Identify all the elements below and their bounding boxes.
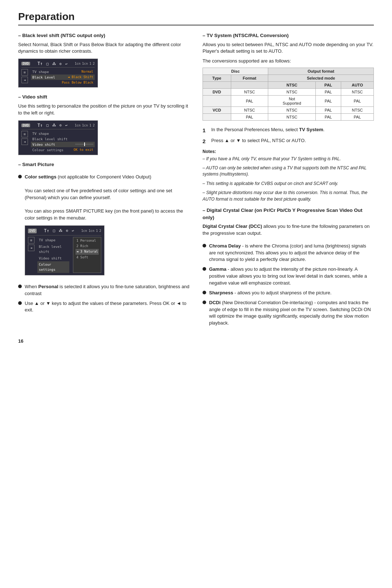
bullet-dot-3 (18, 301, 22, 305)
bullet-text-keys: Use ▲ or ▼ keys to adjust the values of … (25, 300, 189, 314)
type-col-header: Type (203, 75, 231, 82)
section-video-shift: – Video shift Use this setting to person… (18, 93, 189, 155)
note-item: – AUTO can only be selected when using a… (203, 165, 374, 178)
section-black-level: – Black level shift (NTSC output only) S… (18, 32, 189, 88)
menu-rows-1: TV shape Normal Black Level ◄ Black Shif… (31, 69, 95, 85)
table-row (203, 114, 231, 121)
back-icon-2: ◄ (21, 138, 28, 145)
back-icon-1: ◄ (21, 77, 28, 83)
mr-colour2: Colour settings OK to exit (31, 147, 95, 153)
slider-row-2: 1cn 1cn 1 2 (75, 124, 95, 127)
bullet-personal: When Personal is selected it allows you … (18, 283, 189, 297)
table-row: VCD (203, 107, 231, 114)
slider-control (75, 142, 93, 146)
mr-tvshape2: TV shape (31, 131, 95, 136)
step-2: 2 Press ▲ or ▼ to select PAL, NTSC or AU… (203, 137, 374, 145)
menu-rows-2: TV shape Black level shift Video shift C… (31, 131, 95, 153)
tv-topbar-2: DVD T↑ □ ⁂ ⊙ ↩ 1cn 1cn 1 2 (21, 123, 95, 129)
video-shift-heading: – Video shift (18, 93, 189, 101)
right-column: – TV System (NTSC/PAL Conversion) Allows… (203, 32, 374, 330)
disc-header: Disc (203, 68, 268, 75)
note-item: – Slight picture distortions may occur d… (203, 190, 374, 202)
video-shift-body: Use this setting to personalize the posi… (18, 103, 189, 117)
bullet-color-settings: Color settings (not applicable for Compo… (18, 174, 189, 281)
dcc-bullet-item: DCDi (New Directional Correlation De-int… (203, 299, 374, 327)
auto-col-header: AUTO (341, 82, 373, 89)
pal-col-header: PAL (315, 82, 341, 89)
dvd-label-3: DVD (28, 229, 37, 233)
ntsc-pal-table: Disc Output format Type Format Selected … (203, 68, 374, 121)
selected-mode-header: Selected mode (268, 75, 374, 82)
tv-topbar-3: DVD T↑ □ ⁂ ⊙ ↩ 1cn 1cn 1 2 (28, 228, 101, 235)
dcc-intro: Digital Crystal Clear (DCC) allows you t… (203, 223, 374, 237)
tv-system-body1: Allows you to select between PAL, NTSC a… (203, 41, 374, 55)
tv-topbar-1: DVD T↑ □ ⁂ ⊙ ↩ 1cn 1cn 1 2 (21, 61, 95, 68)
dcc-heading: – Digital Crystal Clear (on Pr/Cr Pb/Cb … (203, 207, 374, 221)
dcc-bullet-item: Chroma Delay - is where the Chroma (colo… (203, 243, 374, 263)
menu-area-2: ⊞ ◄ TV shape Black level shift Video shi… (21, 131, 95, 153)
slider-row-1: 1cn 1cn 1 2 (75, 62, 95, 65)
mr-videoshift2: Video shift (31, 142, 95, 147)
dvd-label-2: DVD (21, 124, 30, 127)
topbar-icons-2: T↑ □ ⁂ ⊙ ↩ (37, 123, 68, 128)
ntsc-col-header: NTSC (268, 82, 316, 89)
tv-system-body2: The conversions supported are as follows… (203, 58, 374, 65)
bullet-text-color-settings: Color settings (not applicable for Compo… (25, 174, 189, 281)
smart-picture-heading: – Smart Picture (18, 161, 189, 168)
topbar-icons-1: T↑ □ ⁂ ⊙ ↩ (37, 61, 68, 66)
dcc-bullets: Chroma Delay - is where the Chroma (colo… (203, 243, 374, 327)
bullet-dot-2 (18, 285, 22, 288)
section-dcc: – Digital Crystal Clear (on Pr/Cr Pb/Cb … (203, 207, 374, 237)
bullet-keys: Use ▲ or ▼ keys to adjust the values of … (18, 300, 189, 314)
settings-icon-2: ⊞ (21, 131, 28, 137)
bullet-dot (203, 267, 206, 271)
output-header: Output format (268, 68, 374, 75)
black-level-body: Select Normal, Black Shift or Pass Below… (18, 41, 189, 55)
mr-blacklevel2: Black level shift (31, 136, 95, 142)
section-tv-system: – TV System (NTSC/PAL Conversion) Allows… (203, 32, 374, 121)
bullet-dot-1 (18, 175, 22, 178)
section-smart-picture: – Smart Picture (18, 161, 189, 168)
bullet-dot (203, 291, 206, 294)
page-number: 16 (18, 338, 374, 344)
page-title: Preparation (18, 11, 374, 25)
tv-ui-black-level: DVD T↑ □ ⁂ ⊙ ↩ 1cn 1cn 1 2 (18, 59, 98, 88)
menu-row-blacklevel: Black Level ◄ Black Shift (31, 74, 95, 80)
dcc-bullet-item: Gamma - allows you to adjust the intensi… (203, 266, 374, 287)
tv-ui-video-shift: DVD T↑ □ ⁂ ⊙ ↩ 1cn 1cn 1 2 (18, 120, 98, 155)
note-item: – This setting is applicable for CVBS ou… (203, 181, 374, 187)
settings-icon-1: ⊞ (21, 69, 28, 76)
menu-row-tvshape: TV shape Normal (31, 69, 95, 74)
slider-bar (75, 144, 93, 145)
bullet-dot (203, 244, 206, 247)
menu-area-1: ⊞ ◄ TV shape Normal Black Level ◄ Black … (21, 69, 95, 85)
black-level-heading: – Black level shift (NTSC output only) (18, 32, 189, 39)
dcc-bullet-item: Sharpness - allows you to adjust sharpne… (203, 290, 374, 297)
note-item: – If you have a PAL only TV, ensure that… (203, 156, 374, 162)
table-row: DVD (203, 89, 231, 96)
colour-submenu: 1 Personal 2 Rich ◄ 3 Natural 4 Soft (73, 237, 101, 273)
left-column: – Black level shift (NTSC output only) S… (18, 32, 189, 330)
step2-text: Press ▲ or ▼ to select PAL, NTSC or AUTO… (211, 137, 374, 145)
menu-row-passbelow: Pass Below Black (31, 80, 95, 85)
dvd-label-1: DVD (21, 62, 30, 65)
table-row (203, 96, 231, 107)
format-col-header: Format (231, 75, 268, 82)
notes-block: Notes: – If you have a PAL only TV, ensu… (203, 148, 374, 202)
tv-system-heading: – TV System (NTSC/PAL Conversion) (203, 32, 374, 39)
tv-ui-colour-settings: DVD T↑ □ ⁂ ⊙ ↩ 1cn 1cn 1 2 (25, 225, 105, 275)
bullet-dot (203, 301, 206, 304)
step1-text: In the Personal Preferences Menu, select… (211, 126, 374, 134)
bullet-text-personal: When Personal is selected it allows you … (25, 283, 189, 297)
step-1: 1 In the Personal Preferences Menu, sele… (203, 126, 374, 134)
